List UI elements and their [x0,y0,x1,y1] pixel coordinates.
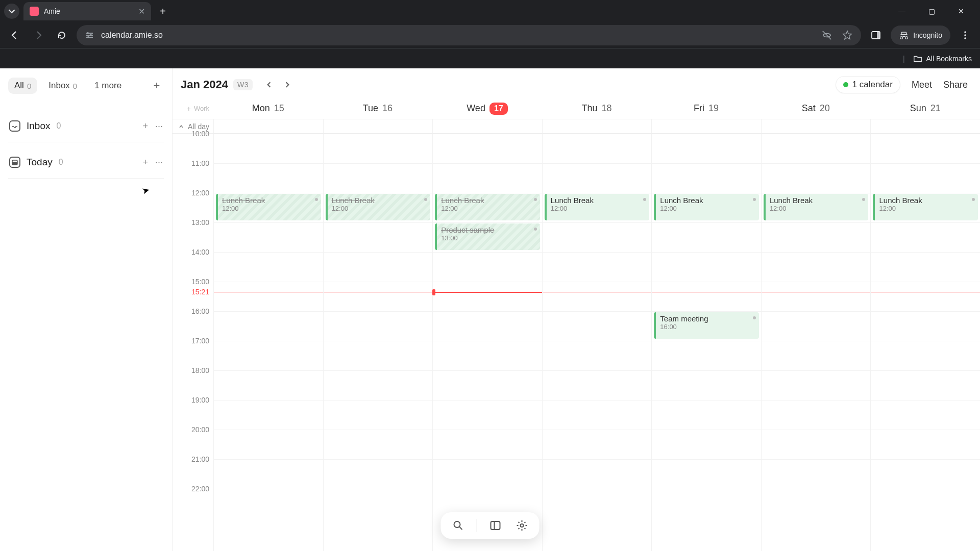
section-add-button[interactable]: + [142,121,148,132]
time-label: 12:00 [191,189,209,197]
day-column[interactable]: Lunch Break12:00 [870,134,980,551]
prev-week-button[interactable] [262,78,276,92]
event-title: Lunch Break [332,196,427,205]
event-title: Product sample [441,226,536,234]
bookmarks-bar: | All Bookmarks [0,48,980,68]
sidebar-section-inbox[interactable]: Inbox 0 + ··· [8,117,164,135]
day-header[interactable]: Mon15 [213,98,323,119]
calendar-grid[interactable]: 10:0011:0012:0013:0014:0015:0016:0017:00… [173,134,980,551]
bookmark-star-icon[interactable] [842,30,853,41]
day-header[interactable]: Tue16 [323,98,433,119]
calendar-event[interactable]: Lunch Break12:00 [764,194,869,220]
url-text: calendar.amie.so [101,31,163,40]
current-time-label: 15:21 [191,288,209,296]
maximize-button[interactable]: ▢ [924,7,939,15]
sidebar-add-button[interactable]: + [150,79,164,92]
new-tab-button[interactable]: + [155,6,170,17]
calendar-event[interactable]: Lunch Break12:00 [216,194,321,220]
close-tab-button[interactable]: ✕ [138,7,145,16]
site-settings-icon[interactable] [85,31,94,40]
calendar-event[interactable]: Lunch Break12:00 [435,194,540,220]
event-status-dot [534,228,537,231]
panel-icon [489,519,502,532]
day-of-week: Tue [363,103,378,114]
side-panel-button[interactable] [867,27,885,44]
reload-button[interactable] [53,27,70,44]
event-status-dot [643,198,646,201]
browser-chrome: Amie ✕ + — ▢ ✕ calendar.amie.so [0,0,980,68]
calendar-event[interactable]: Lunch Break12:00 [654,194,759,220]
time-label: 11:00 [191,159,209,167]
sidebar-section-today[interactable]: Today 0 + ··· [8,154,164,171]
calendar-count-pill[interactable]: 1 calendar [836,76,900,93]
event-time: 12:00 [441,205,536,212]
browser-menu-button[interactable] [957,27,974,44]
event-title: Lunch Break [551,196,646,205]
section-add-button[interactable]: + [142,157,148,168]
day-number: 19 [708,103,719,114]
eye-off-icon[interactable] [821,30,832,41]
share-button[interactable]: Share [943,80,968,90]
time-gutter: 10:0011:0012:0013:0014:0015:0016:0017:00… [173,134,213,551]
calendar-event[interactable]: Lunch Break12:00 [873,194,978,220]
tab-title: Amie [44,7,60,15]
plus-icon: + [187,105,191,113]
day-header[interactable]: Wed17 [432,98,542,119]
sidebar-tabs: All 0 Inbox 0 1 more + [8,78,164,94]
section-more-button[interactable]: ··· [155,157,163,168]
incognito-indicator[interactable]: Incognito [891,26,950,45]
layout-button[interactable] [487,517,504,534]
sidebar-tab-all[interactable]: All 0 [8,78,37,94]
day-column[interactable]: Lunch Break12:00 [761,134,871,551]
tab-search-button[interactable] [4,4,19,19]
minimize-button[interactable]: — [894,7,910,15]
sidebar-tab-more[interactable]: 1 more [88,78,128,94]
calendar-event[interactable]: Lunch Break12:00 [545,194,650,220]
day-column[interactable]: Lunch Break12:00Team meeting16:00 [651,134,761,551]
close-window-button[interactable]: ✕ [953,7,969,15]
time-label: 10:00 [191,130,209,138]
day-column[interactable]: Lunch Break12:00 [323,134,433,551]
event-title: Lunch Break [660,196,755,205]
day-of-week: Thu [581,103,597,114]
time-label: 20:00 [191,425,209,434]
time-label: 16:00 [191,307,209,315]
sidebar-section-label: Today [27,157,53,168]
day-of-week: Sat [802,103,816,114]
svg-point-16 [521,524,524,527]
sidebar-tab-inbox[interactable]: Inbox 0 [42,78,83,94]
svg-point-9 [964,34,966,36]
status-dot-icon [843,82,848,87]
day-header[interactable]: Thu18 [542,98,652,119]
next-week-button[interactable] [280,78,295,92]
all-bookmarks-button[interactable]: All Bookmarks [926,55,972,63]
event-status-dot [972,198,975,201]
calendar-event[interactable]: Product sample13:00 [435,223,540,250]
work-label-cell[interactable]: + Work [173,98,213,119]
favicon-icon [30,7,39,16]
browser-tab[interactable]: Amie ✕ [23,2,151,20]
tab-strip: Amie ✕ + — ▢ ✕ [0,0,980,22]
search-button[interactable] [450,517,467,534]
day-column[interactable]: Lunch Break12:00Product sample13:00 [432,134,542,551]
day-header[interactable]: Fri19 [651,98,761,119]
day-header[interactable]: Sun21 [870,98,980,119]
meet-button[interactable]: Meet [912,80,932,90]
address-bar[interactable]: calendar.amie.so [77,25,861,45]
day-column[interactable]: Lunch Break12:00 [542,134,652,551]
day-column[interactable]: Lunch Break12:00 [213,134,323,551]
settings-button[interactable] [514,517,530,534]
calendar-icon [9,157,20,168]
event-time: 12:00 [222,205,317,212]
calendar-event[interactable]: Lunch Break12:00 [326,194,431,220]
calendar-event[interactable]: Team meeting16:00 [654,312,759,339]
day-header[interactable]: Sat20 [761,98,871,119]
month-label[interactable]: Jan 2024 [181,78,228,91]
forward-button[interactable] [30,27,47,44]
event-time: 12:00 [879,205,974,212]
section-more-button[interactable]: ··· [155,121,163,132]
back-button[interactable] [6,27,23,44]
incognito-icon [899,30,909,40]
day-of-week: Wed [467,103,485,114]
sidebar-tab-count: 0 [27,82,31,90]
